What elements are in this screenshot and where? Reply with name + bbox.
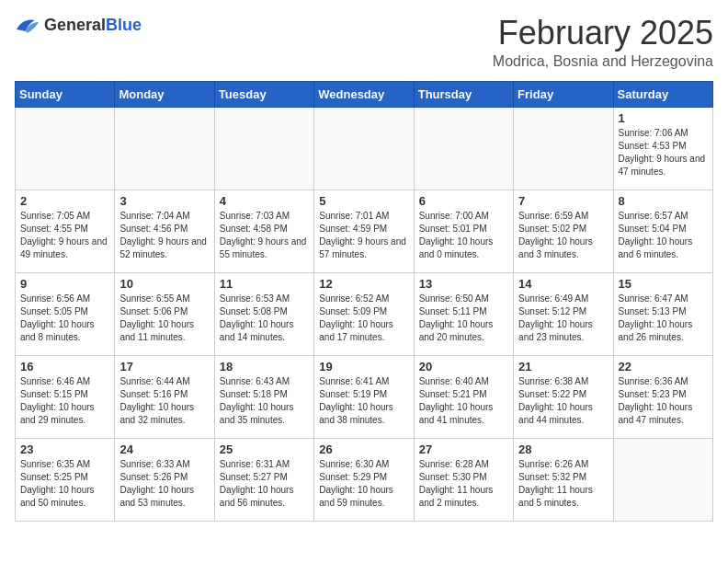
weekday-header-friday: Friday xyxy=(514,81,613,107)
calendar-day-cell: 4Sunrise: 7:03 AM Sunset: 4:58 PM Daylig… xyxy=(214,190,313,272)
day-info: Sunrise: 7:00 AM Sunset: 5:01 PM Dayligh… xyxy=(419,210,508,261)
day-number: 24 xyxy=(119,442,209,456)
calendar-day-cell: 25Sunrise: 6:31 AM Sunset: 5:27 PM Dayli… xyxy=(214,438,313,521)
day-number: 17 xyxy=(119,360,209,373)
calendar-day-cell: 9Sunrise: 6:56 AM Sunset: 5:05 PM Daylig… xyxy=(16,272,115,355)
day-info: Sunrise: 6:41 AM Sunset: 5:19 PM Dayligh… xyxy=(319,375,408,427)
day-info: Sunrise: 6:43 AM Sunset: 5:18 PM Dayligh… xyxy=(220,375,309,427)
day-info: Sunrise: 6:59 AM Sunset: 5:02 PM Dayligh… xyxy=(518,210,608,261)
day-number: 19 xyxy=(319,360,408,373)
day-info: Sunrise: 6:55 AM Sunset: 5:06 PM Dayligh… xyxy=(119,293,209,344)
calendar-day-cell: 10Sunrise: 6:55 AM Sunset: 5:06 PM Dayli… xyxy=(115,272,214,355)
day-info: Sunrise: 6:52 AM Sunset: 5:09 PM Dayligh… xyxy=(319,293,408,344)
calendar-day-cell: 5Sunrise: 7:01 AM Sunset: 4:59 PM Daylig… xyxy=(314,190,414,272)
calendar-table: SundayMondayTuesdayWednesdayThursdayFrid… xyxy=(15,81,713,522)
day-info: Sunrise: 6:56 AM Sunset: 5:05 PM Dayligh… xyxy=(20,293,109,344)
day-number: 5 xyxy=(319,194,408,208)
logo-blue: Blue xyxy=(106,16,142,34)
day-info: Sunrise: 6:38 AM Sunset: 5:22 PM Dayligh… xyxy=(518,375,608,427)
logo-text: GeneralBlue xyxy=(44,16,142,35)
day-info: Sunrise: 7:05 AM Sunset: 4:55 PM Dayligh… xyxy=(20,210,109,261)
day-info: Sunrise: 6:28 AM Sunset: 5:30 PM Dayligh… xyxy=(419,458,508,510)
day-info: Sunrise: 7:04 AM Sunset: 4:56 PM Dayligh… xyxy=(119,210,209,261)
day-number: 26 xyxy=(319,442,408,456)
calendar-week-row: 9Sunrise: 6:56 AM Sunset: 5:05 PM Daylig… xyxy=(16,272,713,355)
day-info: Sunrise: 6:30 AM Sunset: 5:29 PM Dayligh… xyxy=(319,458,408,510)
calendar-day-cell: 3Sunrise: 7:04 AM Sunset: 4:56 PM Daylig… xyxy=(115,190,214,272)
day-info: Sunrise: 6:57 AM Sunset: 5:04 PM Dayligh… xyxy=(619,210,708,261)
day-info: Sunrise: 7:03 AM Sunset: 4:58 PM Dayligh… xyxy=(220,210,309,261)
calendar-day-cell xyxy=(314,107,414,190)
calendar-day-cell: 14Sunrise: 6:49 AM Sunset: 5:12 PM Dayli… xyxy=(514,272,613,355)
day-info: Sunrise: 6:44 AM Sunset: 5:16 PM Dayligh… xyxy=(119,375,209,427)
day-number: 4 xyxy=(220,194,309,208)
calendar-day-cell: 2Sunrise: 7:05 AM Sunset: 4:55 PM Daylig… xyxy=(16,190,115,272)
calendar-day-cell: 8Sunrise: 6:57 AM Sunset: 5:04 PM Daylig… xyxy=(613,190,712,272)
calendar-day-cell: 11Sunrise: 6:53 AM Sunset: 5:08 PM Dayli… xyxy=(214,272,313,355)
calendar-day-cell xyxy=(214,107,313,190)
calendar-header-row: SundayMondayTuesdayWednesdayThursdayFrid… xyxy=(16,81,713,107)
calendar-day-cell: 21Sunrise: 6:38 AM Sunset: 5:22 PM Dayli… xyxy=(514,355,613,438)
calendar-day-cell: 26Sunrise: 6:30 AM Sunset: 5:29 PM Dayli… xyxy=(314,438,414,521)
location-subtitle: Modrica, Bosnia and Herzegovina xyxy=(493,53,713,70)
logo: GeneralBlue xyxy=(15,15,142,35)
calendar-day-cell: 20Sunrise: 6:40 AM Sunset: 5:21 PM Dayli… xyxy=(414,355,513,438)
title-block: February 2025 Modrica, Bosnia and Herzeg… xyxy=(493,15,713,70)
day-number: 15 xyxy=(619,277,708,291)
weekday-header-saturday: Saturday xyxy=(613,81,712,107)
day-info: Sunrise: 6:36 AM Sunset: 5:23 PM Dayligh… xyxy=(619,375,708,427)
calendar-week-row: 23Sunrise: 6:35 AM Sunset: 5:25 PM Dayli… xyxy=(16,438,713,521)
day-info: Sunrise: 6:33 AM Sunset: 5:26 PM Dayligh… xyxy=(119,458,209,510)
day-info: Sunrise: 6:53 AM Sunset: 5:08 PM Dayligh… xyxy=(220,293,309,344)
logo-general: General xyxy=(44,16,106,34)
weekday-header-wednesday: Wednesday xyxy=(314,81,414,107)
calendar-week-row: 16Sunrise: 6:46 AM Sunset: 5:15 PM Dayli… xyxy=(16,355,713,438)
day-number: 25 xyxy=(220,442,309,456)
weekday-header-sunday: Sunday xyxy=(16,81,115,107)
day-number: 28 xyxy=(518,442,608,456)
calendar-day-cell xyxy=(613,438,712,521)
day-number: 12 xyxy=(319,277,408,291)
day-number: 1 xyxy=(619,111,708,125)
day-number: 23 xyxy=(20,442,109,456)
day-number: 18 xyxy=(220,360,309,373)
day-number: 22 xyxy=(619,360,708,373)
day-number: 10 xyxy=(119,277,209,291)
calendar-week-row: 1Sunrise: 7:06 AM Sunset: 4:53 PM Daylig… xyxy=(16,107,713,190)
day-info: Sunrise: 6:46 AM Sunset: 5:15 PM Dayligh… xyxy=(20,375,109,427)
calendar-day-cell xyxy=(16,107,115,190)
calendar-day-cell: 1Sunrise: 7:06 AM Sunset: 4:53 PM Daylig… xyxy=(613,107,712,190)
calendar-day-cell: 6Sunrise: 7:00 AM Sunset: 5:01 PM Daylig… xyxy=(414,190,513,272)
weekday-header-monday: Monday xyxy=(115,81,214,107)
day-number: 13 xyxy=(419,277,508,291)
day-number: 20 xyxy=(419,360,508,373)
day-number: 6 xyxy=(419,194,508,208)
calendar-day-cell: 7Sunrise: 6:59 AM Sunset: 5:02 PM Daylig… xyxy=(514,190,613,272)
day-number: 27 xyxy=(419,442,508,456)
weekday-header-tuesday: Tuesday xyxy=(214,81,313,107)
calendar-day-cell: 16Sunrise: 6:46 AM Sunset: 5:15 PM Dayli… xyxy=(16,355,115,438)
calendar-day-cell: 23Sunrise: 6:35 AM Sunset: 5:25 PM Dayli… xyxy=(16,438,115,521)
day-number: 21 xyxy=(518,360,608,373)
calendar-day-cell: 22Sunrise: 6:36 AM Sunset: 5:23 PM Dayli… xyxy=(613,355,712,438)
day-info: Sunrise: 6:47 AM Sunset: 5:13 PM Dayligh… xyxy=(619,293,708,344)
calendar-week-row: 2Sunrise: 7:05 AM Sunset: 4:55 PM Daylig… xyxy=(16,190,713,272)
calendar-day-cell xyxy=(514,107,613,190)
calendar-day-cell xyxy=(115,107,214,190)
day-info: Sunrise: 6:49 AM Sunset: 5:12 PM Dayligh… xyxy=(518,293,608,344)
day-info: Sunrise: 6:31 AM Sunset: 5:27 PM Dayligh… xyxy=(220,458,309,510)
day-info: Sunrise: 7:01 AM Sunset: 4:59 PM Dayligh… xyxy=(319,210,408,261)
day-info: Sunrise: 6:35 AM Sunset: 5:25 PM Dayligh… xyxy=(20,458,109,510)
day-number: 2 xyxy=(20,194,109,208)
calendar-day-cell xyxy=(414,107,513,190)
calendar-day-cell: 27Sunrise: 6:28 AM Sunset: 5:30 PM Dayli… xyxy=(414,438,513,521)
day-info: Sunrise: 6:50 AM Sunset: 5:11 PM Dayligh… xyxy=(419,293,508,344)
weekday-header-thursday: Thursday xyxy=(414,81,513,107)
day-number: 8 xyxy=(619,194,708,208)
day-number: 7 xyxy=(518,194,608,208)
day-info: Sunrise: 7:06 AM Sunset: 4:53 PM Dayligh… xyxy=(619,127,708,178)
calendar-day-cell: 13Sunrise: 6:50 AM Sunset: 5:11 PM Dayli… xyxy=(414,272,513,355)
day-number: 11 xyxy=(220,277,309,291)
calendar-day-cell: 28Sunrise: 6:26 AM Sunset: 5:32 PM Dayli… xyxy=(514,438,613,521)
month-title: February 2025 xyxy=(493,15,713,52)
